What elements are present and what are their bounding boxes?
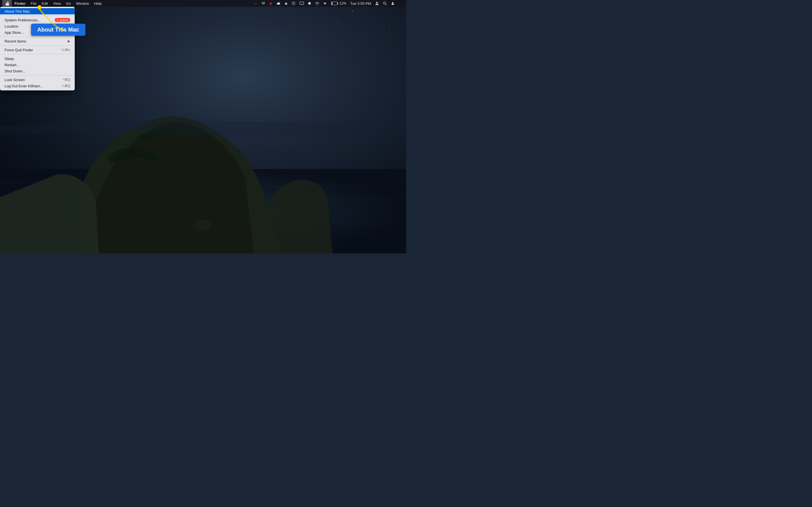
- menubar-dropbox[interactable]: [260, 1, 266, 5]
- menubar-user-icon[interactable]: [374, 1, 380, 5]
- menu-separator-3: [0, 45, 75, 46]
- menubar-file[interactable]: File: [28, 0, 39, 7]
- menubar-airplay[interactable]: [298, 1, 305, 5]
- svg-point-6: [310, 25, 310, 25]
- menubar: Finder File Edit View Go Window Help ···…: [0, 0, 406, 7]
- menu-separator-1: [0, 15, 75, 16]
- svg-point-15: [384, 2, 386, 4]
- menu-item-forcequit-label: Force Quit Finder: [4, 48, 33, 52]
- menubar-right: ··· ⊕ ◉ ✱: [252, 1, 404, 6]
- menu-separator-2: [0, 37, 75, 37]
- menu-item-appstore-label: App Store...: [4, 31, 24, 35]
- svg-point-3: [366, 34, 367, 34]
- menubar-help[interactable]: Help: [92, 0, 104, 7]
- recent-arrow: ▶: [68, 39, 70, 43]
- menubar-finder[interactable]: Finder: [12, 0, 28, 7]
- svg-rect-13: [338, 3, 338, 4]
- svg-point-4: [380, 17, 381, 17]
- svg-point-5: [352, 11, 353, 11]
- menubar-avast[interactable]: ⊕: [268, 1, 273, 6]
- menu-item-recent[interactable]: Recent Items ▶: [0, 38, 75, 44]
- menubar-notifications[interactable]: [398, 1, 404, 5]
- menu-item-lockscreen-label: Lock Screen: [4, 78, 25, 82]
- menu-item-shutdown[interactable]: Shut Down...: [0, 68, 75, 74]
- menu-item-about-label: About This Mac: [4, 9, 30, 13]
- menu-item-logout-label: Log Out Evan Killham...: [4, 84, 43, 88]
- menu-item-recent-label: Recent Items: [4, 39, 26, 43]
- annotation-label: About This Mac: [37, 26, 79, 33]
- menubar-siri[interactable]: [390, 1, 396, 5]
- menubar-edit[interactable]: Edit: [39, 0, 50, 7]
- menubar-datetime[interactable]: Tue 3:55 PM: [349, 1, 372, 6]
- menubar-battery[interactable]: 11%: [330, 1, 347, 5]
- menubar-spotlight[interactable]: [382, 1, 388, 5]
- menubar-view[interactable]: View: [50, 0, 63, 7]
- apple-menu-button[interactable]: [2, 0, 12, 7]
- menu-item-location-label: Location: [4, 24, 18, 29]
- svg-point-2: [324, 14, 324, 14]
- menubar-go[interactable]: Go: [63, 0, 73, 7]
- svg-point-17: [392, 2, 394, 3]
- apple-menu-dropdown: About This Mac System Preferences... 1 u…: [0, 7, 75, 91]
- menubar-timemachine[interactable]: [290, 1, 297, 5]
- menubar-icloud[interactable]: [275, 2, 282, 5]
- svg-line-16: [386, 4, 387, 5]
- menu-separator-4: [0, 54, 75, 54]
- lockscreen-shortcut: ^⌘Q: [63, 78, 70, 82]
- menubar-left: Finder File Edit View Go Window Help: [2, 0, 104, 7]
- menubar-wifi-extra[interactable]: ◉: [284, 2, 289, 5]
- svg-point-10: [195, 220, 211, 231]
- menu-item-lockscreen[interactable]: Lock Screen ^⌘Q: [0, 76, 75, 83]
- menu-item-forcequit[interactable]: Force Quit Finder ⌥⌘⎋: [0, 47, 75, 53]
- menu-item-sysprefs-label: System Preferences...: [4, 18, 41, 22]
- menubar-sound[interactable]: [322, 1, 328, 5]
- svg-point-1: [338, 22, 339, 23]
- menubar-wifi[interactable]: [314, 2, 320, 5]
- sysprefs-badge: 1 update: [55, 18, 70, 22]
- battery-percent: 11%: [340, 1, 346, 5]
- menu-item-sysprefs[interactable]: System Preferences... 1 update: [0, 17, 75, 23]
- menubar-dots[interactable]: ···: [252, 1, 259, 6]
- svg-point-8: [389, 25, 389, 25]
- annotation-box: About This Mac: [31, 24, 86, 36]
- menu-item-about[interactable]: About This Mac: [0, 8, 75, 14]
- logout-shortcut: ⇧⌘Q: [61, 84, 70, 88]
- menu-item-shutdown-label: Shut Down...: [4, 69, 26, 73]
- menubar-bluetooth[interactable]: ✱: [307, 1, 312, 6]
- svg-point-7: [395, 42, 395, 43]
- menu-separator-5: [0, 75, 75, 75]
- menu-item-restart-label: Restart...: [4, 63, 19, 67]
- menu-item-sleep-label: Sleep: [4, 57, 14, 61]
- menu-item-logout[interactable]: Log Out Evan Killham... ⇧⌘Q: [0, 83, 75, 89]
- svg-rect-14: [332, 2, 333, 5]
- menubar-window[interactable]: Window: [73, 0, 91, 7]
- menu-item-sleep[interactable]: Sleep: [0, 55, 75, 62]
- forcequit-shortcut: ⌥⌘⎋: [61, 48, 70, 52]
- menu-item-restart[interactable]: Restart...: [0, 62, 75, 68]
